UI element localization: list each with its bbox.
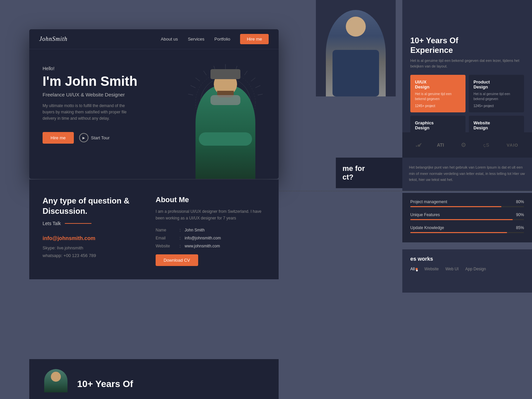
info-value-website: www.johnsmith.com <box>185 244 220 248</box>
hire-me-button[interactable]: Hire me <box>43 132 74 144</box>
hero-buttons: Hire me ▶ Start Tour <box>43 132 166 144</box>
hire-partial-text1: me for <box>342 164 396 173</box>
hero-description: My ultimate motto is to fulfill the dema… <box>43 103 136 122</box>
hire-me-partial: me for ct? <box>336 158 402 188</box>
bottom-years-title: 10+ Years Of <box>77 378 133 390</box>
service-uiux-count: 1245+ project <box>415 104 461 108</box>
portfolio-panel: es works All ● Website Web UI App Design <box>402 249 532 293</box>
skill-unique-features: Unique Features 90% <box>410 212 524 220</box>
skill-project-management: Project management 80% <box>410 200 524 207</box>
contact-email[interactable]: info@johnsmith.com <box>43 235 136 241</box>
nav-services[interactable]: Services <box>188 37 204 42</box>
hero-greeting: Hello! <box>43 66 166 71</box>
es-works-label: es works <box>410 256 524 262</box>
portfolio-filters: All ● Website Web UI App Design <box>410 267 524 271</box>
service-uiux-desc: Het is al geruime tijd een bekend gegeve… <box>415 91 461 101</box>
service-card-product[interactable]: ProductDesign Het is al geruime tijd een… <box>469 75 524 112</box>
main-browser-window: JohnSmith About us Services Portfolio Hi… <box>29 29 279 179</box>
skill-uk-bar-fill <box>410 232 507 233</box>
navbar: JohnSmith About us Services Portfolio Hi… <box>29 29 279 49</box>
skill-pm-pct: 80% <box>516 200 524 204</box>
lets-talk-line <box>65 223 91 224</box>
contact-skype: Skype: live.johnsmith <box>43 245 136 250</box>
service-card-uiux[interactable]: UI/UXDesign Het is al geruime tijd een b… <box>410 75 466 112</box>
info-value-name: John Smith <box>185 228 204 232</box>
filter-dot: ● <box>416 268 418 270</box>
skill-uf-name: Unique Features <box>410 212 440 217</box>
info-value-email: info@johnsmith.com <box>185 236 221 240</box>
about-title: About Me <box>156 196 265 204</box>
hero-name: I'm John Smith <box>43 74 166 88</box>
hero-text: Hello! I'm John Smith Freelance UI/UX & … <box>29 49 179 179</box>
service-uiux-title: UI/UXDesign <box>415 79 461 89</box>
about-description: I am a professional UI/UX designer from … <box>156 208 265 222</box>
skill-update-knowledge: Update Knowledge 85% <box>410 225 524 233</box>
contact-whatsapp: whatsapp: +00 123 456 789 <box>43 253 136 258</box>
skill-uf-bar-bg <box>410 219 524 220</box>
skill-uk-bar-bg <box>410 232 524 233</box>
logo: JohnSmith <box>39 36 67 43</box>
bottom-person-image <box>43 369 69 399</box>
skills-panel: Project management 80% Unique Features 9… <box>402 193 532 242</box>
skill-uk-pct: 85% <box>516 225 524 230</box>
lets-talk-label: Lets Talk <box>43 221 61 226</box>
mid-right-text: Het belangrijke punt van het gebruik van… <box>402 158 532 191</box>
download-cv-button[interactable]: Download CV <box>156 254 198 266</box>
service-website-title: WebsiteDesign <box>473 120 519 130</box>
info-table: Name : John Smith Email : info@johnsmith… <box>156 228 265 248</box>
about-column: About Me I am a professional UI/UX desig… <box>156 196 265 266</box>
hero-title: Freelance UI/UX & Website Designer <box>43 92 166 97</box>
brand-vaio: VAIO <box>507 143 518 148</box>
experience-desc: Het is al geruime tijd een bekend gegeve… <box>410 58 524 69</box>
skill-uk-name: Update Knowledge <box>410 225 444 230</box>
service-product-title: ProductDesign <box>473 79 519 89</box>
nav-about[interactable]: About us <box>161 37 178 42</box>
info-row-website: Website : www.johnsmith.com <box>156 244 265 248</box>
dashed-separator <box>269 191 532 191</box>
filter-appdesign[interactable]: App Design <box>465 267 486 271</box>
skill-uf-bar-fill <box>410 219 513 220</box>
bottom-strip: 10+ Years Of <box>29 359 279 399</box>
service-product-desc: Het is al geruime tijd een bekend gegeve… <box>473 91 519 101</box>
brand-alibaba: 𝒜 <box>416 142 420 148</box>
nav-portfolio[interactable]: Portfolio <box>214 37 230 42</box>
info-label-email: Email <box>156 236 176 240</box>
contact-heading: Any type of question & Discussion. <box>43 196 136 216</box>
start-tour-button[interactable]: ▶ Start Tour <box>79 133 110 142</box>
brand-ati: ATI <box>437 142 444 148</box>
lets-talk-row: Lets Talk <box>43 221 136 226</box>
info-label-name: Name <box>156 228 176 232</box>
bottom-section: Any type of question & Discussion. Lets … <box>29 180 279 279</box>
hire-partial-text2: ct? <box>342 173 396 182</box>
info-colon-name: : <box>180 228 181 232</box>
hero-section: Hello! I'm John Smith Freelance UI/UX & … <box>29 49 279 179</box>
contact-column: Any type of question & Discussion. Lets … <box>43 196 136 266</box>
brands-row: 𝒜 ATI ⚙ ꞔS VAIO <box>402 132 532 158</box>
mid-text: Het belangrijke punt van het gebruik van… <box>409 164 525 183</box>
info-label-website: Website <box>156 244 176 248</box>
skill-pm-name: Project management <box>410 200 447 204</box>
filter-webui[interactable]: Web UI <box>445 267 459 271</box>
info-row-name: Name : John Smith <box>156 228 265 232</box>
info-colon-website: : <box>180 244 181 248</box>
filter-website[interactable]: Website <box>424 267 439 271</box>
service-product-count: 1245+ project <box>473 104 519 108</box>
nav-links: About us Services Portfolio Hire me <box>161 34 269 44</box>
experience-title: 10+ Years Of Experience <box>410 36 524 55</box>
hero-person-image <box>179 56 272 179</box>
info-row-email: Email : info@johnsmith.com <box>156 236 265 240</box>
info-colon-email: : <box>180 236 181 240</box>
hire-me-nav-button[interactable]: Hire me <box>240 34 269 44</box>
skill-uf-pct: 90% <box>516 212 524 217</box>
service-graphics-title: GraphicsDesign <box>415 120 461 130</box>
skill-pm-bar-fill <box>410 206 501 207</box>
bg-person-area <box>316 0 396 96</box>
skill-pm-bar-bg <box>410 206 524 207</box>
brand-lastfm: ꞔS <box>483 142 490 148</box>
brand-gear: ⚙ <box>461 141 466 149</box>
filter-all[interactable]: All ● <box>410 267 418 271</box>
play-icon: ▶ <box>79 133 88 142</box>
